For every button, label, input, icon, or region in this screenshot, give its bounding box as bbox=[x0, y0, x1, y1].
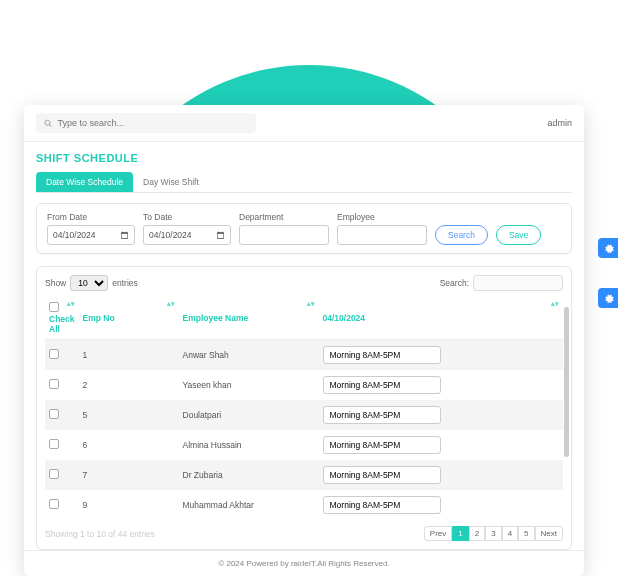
pagination: Prev12345Next bbox=[424, 526, 563, 541]
page-prev[interactable]: Prev bbox=[424, 526, 452, 541]
global-search[interactable] bbox=[36, 113, 256, 133]
table-search-input[interactable] bbox=[473, 275, 563, 291]
department-input[interactable] bbox=[239, 225, 329, 245]
page-2[interactable]: 2 bbox=[469, 526, 485, 541]
row-checkbox[interactable] bbox=[49, 499, 59, 509]
user-label[interactable]: admin bbox=[547, 118, 572, 128]
sort-icon: ▴▾ bbox=[167, 301, 175, 306]
search-icon bbox=[44, 119, 52, 128]
table-row: 6Almina Hussain bbox=[45, 430, 563, 460]
sort-icon: ▴▾ bbox=[67, 301, 75, 306]
filters-card: From Date 04/10/2024 To Date 04/10/2024 … bbox=[36, 203, 572, 254]
shift-input[interactable] bbox=[323, 466, 441, 484]
showing-text: Showing 1 to 10 of 44 entries bbox=[45, 529, 155, 539]
tab-date-wise[interactable]: Date Wise Schedule bbox=[36, 172, 133, 192]
settings-widget-2[interactable] bbox=[598, 288, 618, 308]
shift-input[interactable] bbox=[323, 346, 441, 364]
sort-icon: ▴▾ bbox=[307, 301, 315, 306]
from-date-field: From Date 04/10/2024 bbox=[47, 212, 135, 245]
calendar-icon bbox=[120, 231, 129, 240]
cell-emp-no: 9 bbox=[79, 490, 179, 520]
cell-emp-no: 2 bbox=[79, 370, 179, 400]
entries-label: entries bbox=[112, 278, 138, 288]
from-date-value: 04/10/2024 bbox=[53, 230, 96, 240]
save-button[interactable]: Save bbox=[496, 225, 541, 245]
global-search-input[interactable] bbox=[57, 118, 248, 128]
page-1[interactable]: 1 bbox=[452, 526, 468, 541]
row-checkbox[interactable] bbox=[49, 379, 59, 389]
cell-emp-no: 5 bbox=[79, 400, 179, 430]
settings-widget-1[interactable] bbox=[598, 238, 618, 258]
tabs: Date Wise Schedule Day Wise Shift bbox=[36, 172, 572, 193]
row-checkbox[interactable] bbox=[49, 439, 59, 449]
page-3[interactable]: 3 bbox=[485, 526, 501, 541]
from-date-label: From Date bbox=[47, 212, 135, 222]
cell-name: Dr Zubaria bbox=[179, 460, 319, 490]
cell-name: Anwar Shah bbox=[179, 340, 319, 371]
shift-input[interactable] bbox=[323, 406, 441, 424]
th-date[interactable]: 04/10/2024▴▾ bbox=[319, 297, 563, 340]
employee-input[interactable] bbox=[337, 225, 427, 245]
table-card: Show 10 entries Search: Check All▴▾ Emp … bbox=[36, 266, 572, 550]
th-emp-no[interactable]: Emp No▴▾ bbox=[79, 297, 179, 340]
row-checkbox[interactable] bbox=[49, 349, 59, 359]
table-footer: Showing 1 to 10 of 44 entries Prev12345N… bbox=[45, 526, 563, 541]
from-date-input[interactable]: 04/10/2024 bbox=[47, 225, 135, 245]
employee-label: Employee bbox=[337, 212, 427, 222]
to-date-input[interactable]: 04/10/2024 bbox=[143, 225, 231, 245]
table-row: 2Yaseen khan bbox=[45, 370, 563, 400]
search-button[interactable]: Search bbox=[435, 225, 488, 245]
show-label: Show bbox=[45, 278, 66, 288]
page-5[interactable]: 5 bbox=[518, 526, 534, 541]
shift-input[interactable] bbox=[323, 376, 441, 394]
cell-emp-no: 1 bbox=[79, 340, 179, 371]
cell-name: Muhammad Akhtar bbox=[179, 490, 319, 520]
scrollbar[interactable] bbox=[564, 307, 569, 457]
table-row: 9Muhammad Akhtar bbox=[45, 490, 563, 520]
schedule-table: Check All▴▾ Emp No▴▾ Employee Name▴▾ 04/… bbox=[45, 297, 563, 520]
department-field: Department bbox=[239, 212, 329, 245]
table-search: Search: bbox=[440, 275, 563, 291]
checkbox-icon[interactable] bbox=[49, 302, 59, 312]
to-date-field: To Date 04/10/2024 bbox=[143, 212, 231, 245]
shift-input[interactable] bbox=[323, 436, 441, 454]
employee-field: Employee bbox=[337, 212, 427, 245]
table-row: 5Doulatpari bbox=[45, 400, 563, 430]
table-controls: Show 10 entries Search: bbox=[45, 275, 563, 291]
tab-day-wise[interactable]: Day Wise Shift bbox=[133, 172, 209, 192]
cell-emp-no: 6 bbox=[79, 430, 179, 460]
page-next[interactable]: Next bbox=[535, 526, 563, 541]
show-entries: Show 10 entries bbox=[45, 275, 138, 291]
topbar: admin bbox=[24, 105, 584, 142]
cell-name: Almina Hussain bbox=[179, 430, 319, 460]
page-4[interactable]: 4 bbox=[502, 526, 518, 541]
gear-icon bbox=[603, 243, 614, 254]
th-name[interactable]: Employee Name▴▾ bbox=[179, 297, 319, 340]
cell-emp-no: 7 bbox=[79, 460, 179, 490]
th-check-all[interactable]: Check All▴▾ bbox=[45, 297, 79, 340]
table-row: 1Anwar Shah bbox=[45, 340, 563, 371]
to-date-value: 04/10/2024 bbox=[149, 230, 192, 240]
calendar-icon bbox=[216, 231, 225, 240]
app-window: admin SHIFT SCHEDULE Date Wise Schedule … bbox=[24, 105, 584, 576]
app-footer: © 2024 Powered by raideIT.All Rights Res… bbox=[24, 550, 584, 576]
cell-name: Yaseen khan bbox=[179, 370, 319, 400]
page-title: SHIFT SCHEDULE bbox=[36, 152, 572, 164]
row-checkbox[interactable] bbox=[49, 409, 59, 419]
row-checkbox[interactable] bbox=[49, 469, 59, 479]
department-label: Department bbox=[239, 212, 329, 222]
sort-icon: ▴▾ bbox=[551, 301, 559, 306]
shift-input[interactable] bbox=[323, 496, 441, 514]
page-size-select[interactable]: 10 bbox=[70, 275, 108, 291]
table-search-label: Search: bbox=[440, 278, 469, 288]
to-date-label: To Date bbox=[143, 212, 231, 222]
gear-icon bbox=[603, 293, 614, 304]
table-row: 7Dr Zubaria bbox=[45, 460, 563, 490]
cell-name: Doulatpari bbox=[179, 400, 319, 430]
